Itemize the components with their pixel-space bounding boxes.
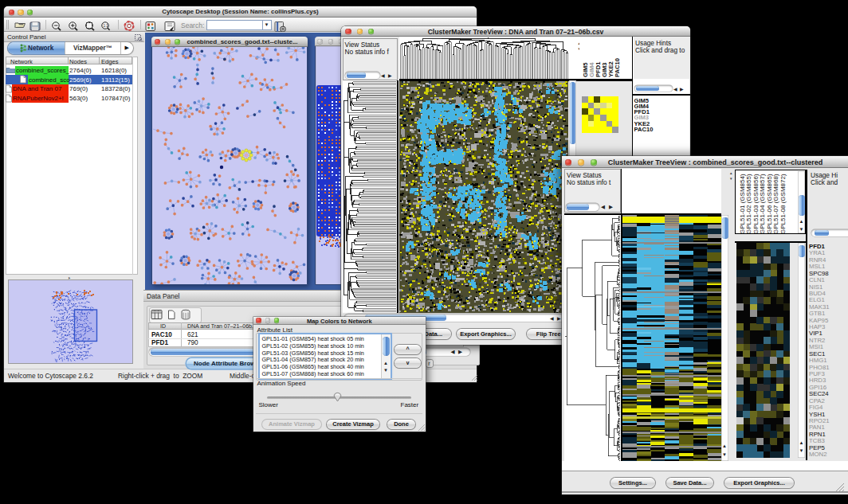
- svg-text:1:1: 1:1: [104, 24, 109, 28]
